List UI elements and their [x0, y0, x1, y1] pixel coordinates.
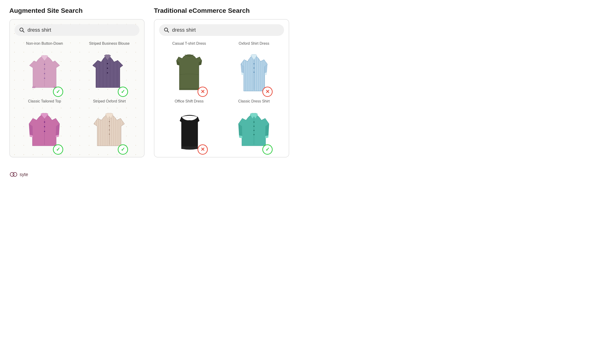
svg-point-21: [109, 125, 110, 126]
svg-point-0: [20, 28, 23, 31]
product-name-trad-1: Casual T-shirt Dress: [172, 41, 206, 46]
svg-point-39: [13, 172, 17, 176]
badge-aug-4: ✓: [118, 144, 128, 155]
svg-point-9: [107, 63, 108, 64]
traditional-section: Traditional eCommerce Search dress shirt…: [154, 7, 289, 166]
product-image-aug-4: ✓: [88, 106, 130, 152]
badge-trad-1: ✕: [197, 87, 208, 97]
product-name-aug-4: Striped Oxford Shirt: [93, 99, 126, 103]
product-image-trad-3: ✕: [168, 106, 210, 152]
traditional-product-1: Casual T-shirt Dress: [159, 41, 219, 95]
product-name-aug-1: Non-iron Button-Down: [26, 41, 63, 46]
svg-point-22: [109, 129, 110, 130]
product-name-trad-4: Classic Dress Shirt: [238, 99, 270, 103]
augmented-product-2: Striped Business Blouse: [79, 41, 140, 95]
syte-logo: syte: [9, 172, 28, 177]
svg-point-4: [44, 68, 45, 70]
svg-point-23: [109, 134, 110, 135]
augmented-panel: dress shirt Non-iron Button-Down: [9, 19, 145, 157]
badge-trad-2: ✕: [262, 87, 273, 97]
svg-point-31: [253, 68, 254, 68]
badge-trad-4: ✓: [262, 144, 273, 155]
augmented-search-query: dress shirt: [28, 27, 51, 33]
badge-aug-2: ✓: [118, 87, 128, 97]
svg-point-13: [44, 121, 45, 123]
traditional-products-grid: Casual T-shirt Dress: [159, 41, 284, 152]
augmented-products-grid: Non-iron Button-Down: [15, 41, 140, 152]
product-image-trad-1: ✕: [168, 48, 210, 95]
svg-point-30: [253, 63, 254, 64]
traditional-product-4: Classic Dress Shirt: [224, 99, 284, 152]
search-icon-traditional: [164, 27, 169, 33]
traditional-search-query: dress shirt: [172, 27, 196, 33]
augmented-section: Augmented Site Search dress shirt Non-ir…: [9, 7, 145, 166]
svg-point-5: [44, 73, 45, 74]
product-image-aug-1: ✓: [24, 48, 65, 95]
product-image-aug-2: ✓: [88, 48, 130, 95]
product-image-trad-4: ✓: [233, 106, 275, 152]
svg-point-11: [107, 72, 108, 74]
product-image-trad-2: ✕: [233, 48, 275, 95]
footer: syte: [9, 172, 289, 177]
traditional-product-2: Oxford Shirt Dress: [224, 41, 284, 95]
svg-point-34: [253, 121, 255, 123]
svg-point-15: [44, 131, 45, 132]
traditional-product-3: Office Shift Dress: [159, 99, 219, 152]
traditional-search-bar[interactable]: dress shirt: [159, 24, 284, 36]
syte-brand-name: syte: [20, 172, 28, 177]
svg-point-6: [44, 78, 45, 79]
svg-point-32: [253, 72, 254, 73]
augmented-product-3: Classic Tailored Top: [15, 99, 75, 152]
traditional-panel: dress shirt Casual T-shirt Dress: [154, 19, 289, 157]
svg-point-36: [253, 130, 255, 131]
svg-point-14: [44, 126, 45, 127]
augmented-title: Augmented Site Search: [9, 7, 145, 15]
svg-point-24: [165, 28, 168, 31]
syte-logo-icon: [9, 172, 18, 177]
product-name-aug-2: Striped Business Blouse: [89, 41, 129, 46]
search-icon: [19, 27, 25, 33]
product-name-trad-3: Office Shift Dress: [175, 99, 204, 103]
svg-point-3: [44, 64, 45, 65]
badge-trad-3: ✕: [197, 144, 208, 155]
svg-point-10: [107, 68, 108, 69]
badge-aug-1: ✓: [53, 87, 63, 97]
svg-point-35: [253, 126, 255, 127]
augmented-product-4: Striped Oxford Shirt: [79, 99, 140, 152]
product-name-aug-3: Classic Tailored Top: [28, 99, 61, 103]
svg-point-20: [109, 121, 110, 122]
traditional-title: Traditional eCommerce Search: [154, 7, 289, 15]
svg-line-1: [23, 31, 24, 33]
augmented-product-1: Non-iron Button-Down: [15, 41, 75, 95]
product-image-aug-3: ✓: [24, 106, 65, 152]
product-name-trad-2: Oxford Shirt Dress: [239, 41, 269, 46]
svg-point-37: [253, 134, 255, 135]
badge-aug-3: ✓: [53, 144, 63, 155]
svg-line-25: [167, 31, 169, 33]
augmented-search-bar[interactable]: dress shirt: [15, 24, 140, 36]
